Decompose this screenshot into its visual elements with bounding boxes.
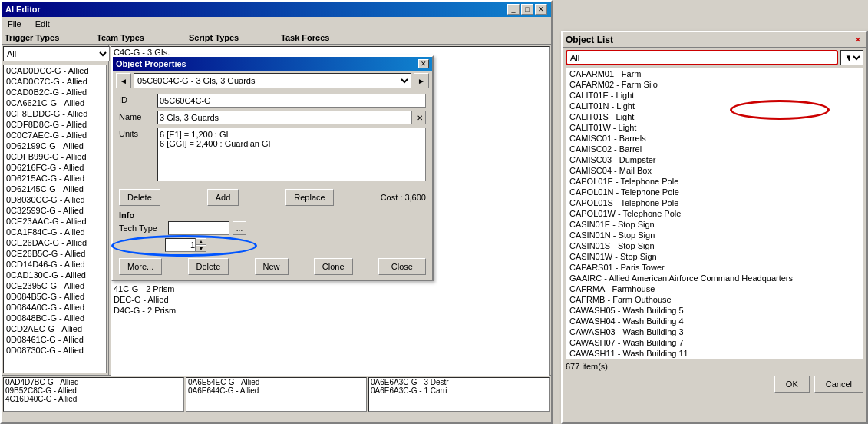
object-list-item[interactable]: CAFRMA - Farmhouse — [566, 283, 863, 294]
object-list-item[interactable]: CAMISC01 - Barrels — [566, 133, 863, 144]
clone-button[interactable]: Clone — [314, 258, 353, 275]
dialog-titlebar: Object Properties ✕ — [113, 57, 432, 71]
trigger-list-item[interactable]: 0CD14D46-G - Allied — [4, 259, 106, 270]
object-list-item[interactable]: CAPOL01E - Telephone Pole — [566, 176, 863, 187]
ai-editor-title: AI Editor — [5, 5, 41, 14]
object-list-item[interactable]: CAPOL01N - Telephone Pole — [566, 187, 863, 197]
object-list-title: Object List — [566, 35, 613, 45]
trigger-list-item[interactable]: 0CAD0B2C-G - Allied — [4, 87, 106, 98]
trigger-list-item[interactable]: 0D8030CC-G - Allied — [4, 194, 106, 205]
trigger-list-item[interactable]: 0C0C7AEC-G - Allied — [4, 130, 106, 141]
minimize-button[interactable]: _ — [507, 4, 520, 15]
trigger-list-item[interactable]: 0D084B5C-G - Allied — [4, 291, 106, 302]
nav-next-button[interactable]: ► — [414, 73, 429, 88]
trigger-list-item[interactable]: 0CA6621C-G - Allied — [4, 98, 106, 108]
dialog-nav: ◄ 05C60C4C-G - 3 Gls, 3 Guards ► — [113, 71, 432, 91]
object-list-item[interactable]: CAPOL01W - Telephone Pole — [566, 208, 863, 219]
trigger-list[interactable]: 0CAD0DCC-G - Allied0CAD0C7C-G - Allied0C… — [3, 65, 107, 373]
trigger-list-item[interactable]: 0D62145C-G - Allied — [4, 184, 106, 194]
object-list-item[interactable]: CAPOL01S - Telephone Pole — [566, 197, 863, 208]
trigger-list-item[interactable]: 0CAD0DCC-G - Allied — [4, 65, 106, 76]
object-list-ok-button[interactable]: OK — [774, 376, 810, 393]
new-button[interactable]: New — [255, 258, 289, 275]
object-list-item[interactable]: CALIT01E - Light — [566, 90, 863, 101]
object-list-item[interactable]: CAFARM01 - Farm — [566, 68, 863, 79]
replace-units-button[interactable]: Replace — [285, 189, 333, 206]
units-textarea[interactable] — [157, 128, 426, 181]
name-row: Name ✕ — [119, 111, 426, 124]
close-button[interactable]: ✕ — [535, 4, 547, 15]
menu-file[interactable]: File — [5, 18, 25, 29]
object-list-items[interactable]: CAFARM01 - FarmCAFARM02 - Farm SiloCALIT… — [566, 68, 863, 359]
menu-edit[interactable]: Edit — [32, 18, 53, 29]
info-section: Info Tech Type ... ▲ ▼ — [113, 209, 432, 255]
trigger-list-item[interactable]: 0CE23AAC-G - Allied — [4, 216, 106, 227]
object-list-item[interactable]: CALIT01S - Light — [566, 111, 863, 122]
trigger-list-item[interactable]: 0C32599C-G - Allied — [4, 205, 106, 216]
object-list-item[interactable]: CAWASH05 - Wash Building 5 — [566, 305, 863, 316]
id-input[interactable] — [157, 94, 426, 108]
name-input[interactable] — [157, 111, 412, 124]
status-count: 677 item(s) — [566, 362, 608, 371]
object-list-item[interactable]: CASIN01E - Stop Sign — [566, 219, 863, 230]
trigger-filter-select[interactable]: All — [3, 46, 110, 61]
add-units-button[interactable]: Add — [207, 189, 239, 206]
trigger-list-item[interactable]: 0D0848BC-G - Allied — [4, 313, 106, 323]
object-list-item[interactable]: CAPARS01 - Paris Tower — [566, 262, 863, 273]
object-list-item[interactable]: CAMISC04 - Mail Box — [566, 165, 863, 176]
trigger-list-item[interactable]: 0CE2395C-G - Allied — [4, 280, 106, 291]
trigger-list-item[interactable]: 0D084A0C-G - Allied — [4, 302, 106, 313]
trigger-list-item[interactable]: 0D08461C-G - Allied — [4, 334, 106, 345]
trigger-list-item[interactable]: 0CD2AEC-G - Allied — [4, 323, 106, 334]
object-list-item[interactable]: CASIN01W - Stop Sign — [566, 251, 863, 262]
name-clear-button[interactable]: ✕ — [414, 111, 426, 124]
trigger-list-item[interactable]: 0D08730C-G - Allied — [4, 345, 106, 356]
object-list-item[interactable]: CAWASH07 - Wash Building 7 — [566, 337, 863, 348]
object-list-item[interactable]: CAFRMB - Farm Outhouse — [566, 294, 863, 305]
bottom-panels: 0AD4D7BC-G - Allied09B52C8C-G - Allied4C… — [2, 375, 551, 413]
object-list-item[interactable]: CAWASH03 - Wash Building 3 — [566, 326, 863, 337]
trigger-list-item[interactable]: 0CDFB99C-G - Allied — [4, 151, 106, 162]
object-list-item[interactable]: CAWASH04 - Wash Building 4 — [566, 316, 863, 326]
trigger-list-item[interactable]: 0CAD0C7C-G - Allied — [4, 76, 106, 87]
trigger-list-item[interactable]: 0CAD130C-G - Allied — [4, 270, 106, 280]
object-list-item[interactable]: CALIT01W - Light — [566, 122, 863, 133]
nav-dropdown[interactable]: 05C60C4C-G - 3 Gls, 3 Guards — [134, 73, 411, 88]
close-object-button[interactable]: Close — [378, 258, 426, 275]
object-list-item[interactable]: CAMISC03 - Dumpster — [566, 154, 863, 165]
object-list-item[interactable]: CALIT01N - Light — [566, 101, 863, 111]
spinner-up-button[interactable]: ▲ — [196, 238, 206, 245]
object-list-item[interactable]: CAFARM02 - Farm Silo — [566, 79, 863, 90]
spinner-input[interactable] — [165, 238, 196, 252]
tech-type-input[interactable] — [168, 221, 229, 235]
more-button[interactable]: More... — [119, 258, 162, 275]
object-list-dropdown[interactable]: ▼ — [840, 50, 863, 65]
maximize-button[interactable]: □ — [521, 4, 533, 15]
nav-prev-button[interactable]: ◄ — [116, 73, 131, 88]
spinner-down-button[interactable]: ▼ — [196, 245, 206, 252]
object-list-close-button[interactable]: ✕ — [853, 35, 863, 45]
delete-object-button[interactable]: Delete — [188, 258, 229, 275]
object-list-item[interactable]: CAMISC02 - Barrel — [566, 144, 863, 154]
trigger-list-item[interactable]: 0D6215AC-G - Allied — [4, 173, 106, 184]
object-list-cancel-button[interactable]: Cancel — [814, 376, 863, 393]
tech-browse-button[interactable]: ... — [233, 221, 246, 235]
trigger-list-item[interactable]: 0CA1F84C-G - Allied — [4, 227, 106, 237]
trigger-list-item[interactable]: 0CE26B5C-G - Allied — [4, 248, 106, 259]
trigger-list-item[interactable]: 0D6216FC-G - Allied — [4, 162, 106, 173]
object-list-item[interactable]: GAAIRC - Allied American Airforce Comman… — [566, 273, 863, 283]
bottom-panel-item: 09B52C8C-G - Allied — [4, 386, 183, 395]
delete-units-button[interactable]: Delete — [119, 189, 160, 206]
id-row: ID — [119, 94, 426, 108]
trigger-list-item[interactable]: 0CDF8D8C-G - Allied — [4, 119, 106, 130]
object-list-item[interactable]: CASIN01S - Stop Sign — [566, 240, 863, 251]
bottom-panel-item: 0A6E6A3C-G - 3 Destr — [369, 378, 549, 386]
trigger-list-item[interactable]: 0CE26DAC-G - Allied — [4, 237, 106, 248]
object-list-item[interactable]: CASIN01N - Stop Sign — [566, 230, 863, 240]
dialog-close-button[interactable]: ✕ — [418, 59, 429, 68]
ol-search-row: ▼ — [563, 48, 866, 68]
trigger-list-item[interactable]: 0CF8EDDC-G - Allied — [4, 108, 106, 119]
object-list-item[interactable]: CAWASH11 - Wash Building 11 — [566, 348, 863, 359]
object-list-search-input[interactable] — [566, 50, 838, 65]
trigger-list-item[interactable]: 0D62199C-G - Allied — [4, 141, 106, 151]
